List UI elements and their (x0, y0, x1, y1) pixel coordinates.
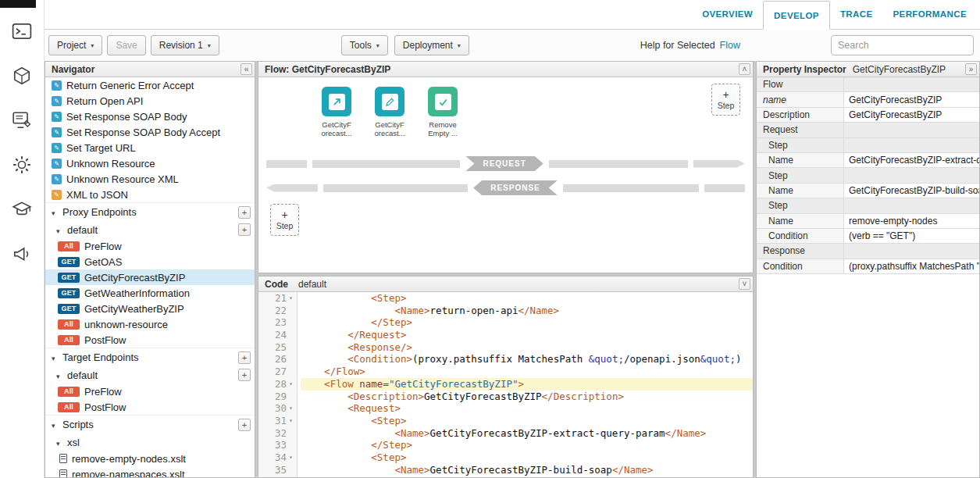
sidebar-item-set-response-soap-body-accept[interactable]: ✎Set Response SOAP Body Accept (45, 124, 255, 140)
sidebar-item-set-target-url[interactable]: ✎Set Target URL (45, 140, 255, 155)
inspector-row[interactable]: Step (757, 198, 979, 213)
tab-performance[interactable]: PERFORMANCE (883, 0, 978, 29)
collapse-navigator-button[interactable] (241, 63, 252, 75)
policy-icon: ✎ (52, 80, 62, 91)
code-line[interactable]: <Step> (301, 415, 753, 427)
inspector-row[interactable]: DescriptionGetCityForecastByZIP (757, 108, 979, 123)
specs-icon[interactable] (12, 109, 33, 130)
code-line[interactable]: </Step> (301, 439, 753, 451)
tab-trace[interactable]: TRACE (830, 0, 883, 29)
line-number[interactable]: 31 (258, 415, 297, 427)
code-line[interactable]: <Condition>(proxy.pathsuffix MatchesPath… (301, 353, 753, 366)
code-line[interactable]: </Request> (301, 329, 753, 341)
terminal-icon[interactable] (12, 20, 33, 41)
file-item-remove-empty-nodes-xslt[interactable]: remove-empty-nodes.xslt (45, 451, 255, 466)
code-token: <Request> (347, 402, 401, 414)
inspector-row[interactable]: Flow (757, 77, 979, 92)
inspector-row[interactable]: Condition(verb == "GET") (757, 229, 979, 244)
flow-item-unknown-resource[interactable]: Allunknown-resource (45, 316, 255, 332)
flow-item-postflow[interactable]: AllPostFlow (45, 399, 255, 415)
flow-policy[interactable]: GetCityForecast... (315, 87, 358, 137)
line-number[interactable]: 28 (258, 378, 297, 391)
help-flow-link[interactable]: Flow (720, 40, 740, 51)
inspector-row[interactable]: nameGetCityForecastByZIP (757, 92, 979, 107)
code-line[interactable]: <Flow name="GetCityForecastByZIP"> (301, 378, 753, 391)
expand-code-button[interactable] (739, 278, 750, 290)
tools-menu-button[interactable]: Tools (341, 35, 388, 55)
file-item-remove-namespaces-xslt[interactable]: remove-namespaces.xslt (45, 466, 255, 477)
code-line[interactable]: <Name>GetCityForecastByZIP-extract-query… (301, 427, 753, 440)
code-line[interactable]: <Request> (301, 402, 753, 415)
add-button[interactable] (238, 369, 251, 381)
sidebar-item-unknown-resource[interactable]: ✎Unknown Resource (45, 155, 255, 171)
admin-gear-icon[interactable] (12, 154, 33, 175)
flow-label: GetCityWeatherByZIP (84, 303, 184, 315)
add-step-button-bottom[interactable]: Step (270, 204, 299, 236)
tab-overview[interactable]: OVERVIEW (692, 0, 763, 29)
flow-item-preflow[interactable]: AllPreFlow (45, 383, 255, 399)
inspector-row[interactable]: Step (757, 138, 979, 153)
save-button[interactable]: Save (107, 35, 145, 55)
nav-group-xsl[interactable]: xsl (45, 433, 255, 451)
flow-policy[interactable]: GetCityForecast... (368, 87, 412, 137)
inspector-row-label: Request (757, 123, 844, 137)
code-line[interactable]: <Name>return-open-api</Name> (301, 305, 753, 317)
flow-item-getweatherinformation[interactable]: GETGetWeatherInformation (45, 285, 255, 301)
nav-group-default[interactable]: default (45, 221, 255, 238)
sidebar-item-unknown-resource-xml[interactable]: ✎Unknown Resource XML (45, 171, 255, 187)
inspector-row[interactable]: NameGetCityForecastByZIP-extract-qu (757, 153, 979, 168)
inspector-row[interactable]: Condition(proxy.pathsuffix MatchesPath "… (757, 259, 979, 274)
inspector-row[interactable]: Step (757, 168, 979, 183)
nav-section-proxy-endpoints[interactable]: Proxy Endpoints (45, 202, 255, 221)
inspector-row[interactable]: Response (757, 244, 979, 259)
code-editor[interactable]: 212223242526272829303132333435 <Step> <N… (258, 292, 753, 477)
learn-icon[interactable] (12, 198, 33, 219)
flow-item-postflow[interactable]: AllPostFlow (45, 332, 255, 348)
inspector-row[interactable]: Nameremove-empty-nodes (757, 214, 979, 229)
sidebar-item-set-response-soap-body[interactable]: ✎Set Response SOAP Body (45, 109, 255, 124)
line-number[interactable]: 21 (258, 292, 297, 305)
code-line[interactable]: <Step> (301, 451, 753, 464)
code-line[interactable]: <Step> (301, 292, 753, 305)
inspector-row[interactable]: Request (757, 123, 979, 137)
search-input[interactable] (831, 35, 974, 55)
nav-section-scripts[interactable]: Scripts (45, 415, 255, 433)
flow-item-preflow[interactable]: AllPreFlow (45, 238, 255, 254)
collapse-inspector-button[interactable] (965, 63, 977, 75)
flow-policy[interactable]: RemoveEmpty ... (421, 87, 465, 137)
announcements-icon[interactable] (12, 243, 33, 264)
chevron-down-icon (52, 351, 59, 363)
add-target-endpoints-button[interactable] (238, 351, 251, 364)
flow-item-getcityforecastbyzip[interactable]: GETGetCityForecastByZIP (45, 269, 255, 285)
api-proxies-icon[interactable] (12, 65, 33, 86)
method-badge: All (58, 319, 80, 330)
revision-menu-button[interactable]: Revision 1 (151, 35, 219, 55)
line-number[interactable]: 30 (258, 402, 297, 415)
code-line[interactable]: </Step> (301, 316, 753, 329)
deployment-menu-button[interactable]: Deployment (394, 35, 469, 55)
nav-section-target-endpoints[interactable]: Target Endpoints (45, 348, 255, 366)
tab-develop[interactable]: DEVELOP (763, 1, 830, 30)
group-title: default (67, 224, 98, 236)
code-line[interactable]: <Name>GetCityForecastByZIP-build-soap</N… (301, 464, 753, 476)
line-number[interactable]: 34 (258, 451, 297, 464)
flow-item-getcityweatherbyzip[interactable]: GETGetCityWeatherByZIP (45, 301, 255, 316)
code-line[interactable]: <Description>GetCityForecastByZIP</Descr… (301, 391, 753, 403)
add-step-button-top[interactable]: Step (711, 84, 740, 116)
code-line[interactable]: </Flow> (301, 366, 753, 378)
add-proxy-endpoints-button[interactable] (238, 206, 251, 219)
add-scripts-button[interactable] (238, 419, 251, 431)
inspector-row[interactable]: NameGetCityForecastByZIP-build-soap (757, 184, 979, 198)
sidebar-item-return-open-api[interactable]: ✎Return Open API (45, 93, 255, 109)
sidebar-item-return-generic-error-accept[interactable]: ✎Return Generic Error Accept (45, 77, 255, 93)
flow-item-getoas[interactable]: GETGetOAS (45, 254, 255, 269)
line-number: 26 (258, 353, 297, 366)
code-line[interactable]: <Response/> (301, 341, 753, 354)
flow-segment (312, 160, 460, 168)
project-menu-button[interactable]: Project (48, 35, 102, 55)
chevron-down-icon (52, 419, 59, 430)
nav-group-default[interactable]: default (45, 366, 255, 383)
sidebar-item-xml-to-json[interactable]: ✎XML to JSON (45, 187, 255, 202)
collapse-flow-button[interactable] (739, 63, 750, 75)
add-button[interactable] (238, 223, 251, 236)
